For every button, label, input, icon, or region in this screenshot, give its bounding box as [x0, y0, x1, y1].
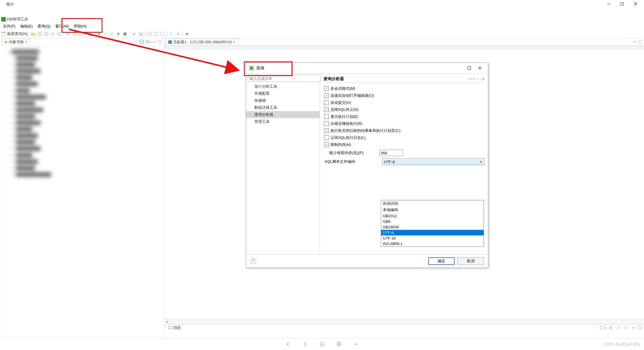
msg-grid-icon[interactable] [600, 326, 604, 330]
horizontal-scrollbar[interactable]: ◂ [164, 319, 644, 324]
msg-max-icon[interactable] [638, 326, 642, 330]
encoding-option[interactable]: ISO-8859-1 [381, 241, 484, 246]
svg-point-46 [357, 344, 358, 345]
help-button[interactable]: ? [250, 258, 256, 264]
undo-nav-icon[interactable] [169, 32, 174, 36]
svg-rect-25 [153, 42, 156, 42]
open-folder-icon[interactable] [31, 32, 36, 36]
encoding-option[interactable]: GB18030 [381, 224, 484, 230]
ok-button[interactable]: 确定 [428, 257, 455, 265]
opt-open-editor[interactable]: 连接后自动打开编辑器(O) [324, 92, 484, 99]
opt-close-prev[interactable]: 执行前关闭以前的结果集和执行计划页(C) [324, 127, 484, 134]
save-icon[interactable] [37, 32, 42, 36]
opt-log-sql[interactable]: 记录SQL执行日志(L) [324, 134, 484, 141]
encoding-combo[interactable]: UTF-8 ▼ [382, 158, 484, 165]
rollback-icon[interactable] [138, 32, 143, 36]
next-icon[interactable] [302, 342, 308, 347]
host-close-button[interactable] [629, 0, 642, 8]
msg-clear-icon[interactable] [609, 326, 613, 330]
menu-edit[interactable]: 编辑(E) [18, 23, 35, 30]
encoding-option[interactable]: 自动识别 [381, 200, 484, 207]
svg-rect-33 [638, 326, 641, 329]
messages-panel-header: 消息 ▾ | | [164, 324, 644, 331]
cancel-button[interactable]: 取消 [458, 257, 484, 265]
editor-tab[interactable]: 无标题1 - 115.239.209.188(ARCH) ⨯ [165, 39, 239, 45]
encoding-option[interactable]: UTF-8 [381, 230, 484, 235]
messages-tab[interactable]: 消息 [166, 325, 183, 331]
opt-show-plan[interactable]: 显示执行计划(E) [324, 113, 484, 120]
menu-query[interactable]: 查询(Q) [35, 23, 53, 30]
object-navigator-tree[interactable]: ▸ ██████████ ▸ ████████ ▸ ███████ ▸ ████… [0, 46, 164, 339]
bug-icon[interactable] [185, 32, 189, 36]
preview-icon[interactable] [57, 32, 61, 36]
minimize-pane-icon[interactable] [152, 40, 157, 44]
opt-label: 显示执行计划(E) [330, 114, 358, 119]
encoding-value: UTF-8 [384, 160, 395, 164]
encoding-option[interactable]: GBK [381, 219, 484, 224]
print-icon[interactable] [50, 32, 55, 36]
encoding-option[interactable]: UTF-16 [381, 235, 484, 241]
prev-icon[interactable] [285, 342, 291, 347]
grid3-icon[interactable] [160, 32, 165, 36]
nav-migrate[interactable]: 数据迁移工具 [246, 104, 320, 111]
host-maximize-button[interactable] [615, 0, 629, 8]
grid1-icon[interactable] [147, 32, 152, 36]
svg-rect-43 [338, 342, 341, 345]
host-minimize-button[interactable] [602, 0, 615, 8]
fit-icon[interactable]: 1:1 [319, 342, 325, 347]
redo-nav-icon[interactable] [176, 32, 180, 36]
dialog-maximize-button[interactable] [464, 64, 475, 72]
svg-rect-8 [44, 32, 48, 36]
msg-min-icon[interactable] [631, 326, 636, 330]
nav-admin[interactable]: 管理工具 [246, 118, 320, 125]
msg-close2-icon[interactable] [623, 326, 628, 330]
messages-tab-label: 消息 [173, 325, 181, 330]
edit-box-icon[interactable] [140, 40, 144, 44]
debug-icon[interactable] [110, 32, 114, 36]
expand-icon[interactable] [145, 40, 150, 44]
copy-img-icon[interactable] [336, 342, 342, 347]
app-title: DM管理工具 [7, 17, 28, 22]
stop-icon[interactable] [123, 32, 127, 36]
opt-auto-commit[interactable]: 自动提交(U) [324, 99, 484, 106]
run-script-icon[interactable] [116, 32, 121, 36]
grid2-icon[interactable] [154, 32, 158, 36]
opt-label: 启用SQL转义(S) [330, 107, 358, 112]
encoding-option[interactable]: 本地编码 [381, 207, 484, 213]
encoding-option[interactable]: GB2312 [381, 213, 484, 219]
msg-close1-icon[interactable] [617, 326, 621, 330]
new-query-button[interactable]: 新建查询(N) [7, 31, 28, 37]
checkbox-icon [324, 114, 329, 119]
new-query-icon [1, 32, 6, 36]
dialog-close-button[interactable] [475, 64, 485, 72]
nav-query-analyzer[interactable]: ›查询分析器 [246, 111, 320, 118]
encoding-label: SQL脚本文件编码 [324, 159, 382, 164]
link-icon[interactable] [134, 40, 138, 44]
nav-shortcut[interactable]: 快捷键 [246, 97, 320, 104]
svg-rect-4 [1, 17, 6, 22]
opt-sql-escape[interactable]: 启用SQL转义(S) [324, 106, 484, 113]
dialog-form: 查询分析器 ⇦▾ ⇨▾ ▾ 多会话模式(M) 连接后自动打开编辑器(O) 自动提… [320, 74, 488, 254]
nav-general[interactable]: 常规配置 [246, 90, 320, 97]
opt-label: 记录SQL执行日志(L) [330, 135, 366, 140]
nav-audit[interactable]: 审计分析工具 [246, 83, 320, 90]
opt-limit-mem[interactable]: 限制内存(H) [324, 141, 484, 148]
object-nav-tab[interactable]: 对象导航 ⨯ [2, 39, 30, 45]
nav-fwd-icon[interactable]: ⇨ [475, 76, 479, 82]
menu-file[interactable]: 文件(F) [1, 23, 18, 30]
nav-query-analyzer-label: 查询分析器 [254, 112, 273, 117]
right-min-icon[interactable] [633, 40, 637, 44]
mem-input[interactable] [379, 150, 403, 156]
checkbox-icon [324, 142, 329, 147]
opt-multi-session[interactable]: 多会话模式(M) [324, 85, 484, 92]
annotation-highlight-2 [244, 61, 292, 76]
run-dropdown-icon[interactable] [103, 32, 108, 36]
dialog-footer: ? 确定 取消 [246, 254, 488, 268]
restore-pane-icon[interactable] [158, 40, 162, 44]
more-icon[interactable] [353, 342, 359, 347]
right-max-icon[interactable] [638, 40, 643, 44]
save-all-icon[interactable] [44, 32, 49, 36]
opt-continue-err[interactable]: 出错后继续执行(R) [324, 120, 484, 127]
commit-icon[interactable] [132, 32, 136, 36]
nav-back-icon[interactable]: ⇦ [469, 76, 473, 82]
